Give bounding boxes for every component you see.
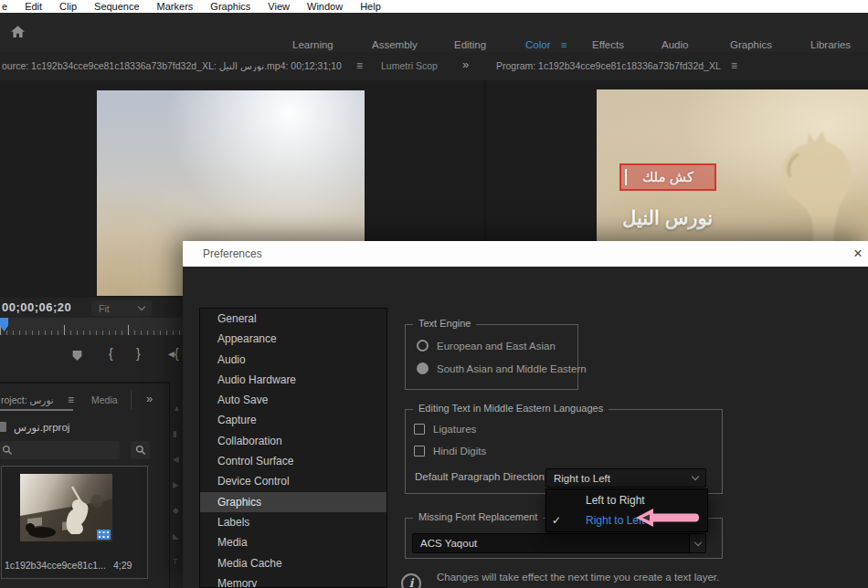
add-marker-icon[interactable] bbox=[71, 350, 83, 362]
workspace-tab-audio[interactable]: Audio bbox=[662, 39, 688, 50]
project-panel-tab[interactable]: roject: نورس bbox=[1, 394, 54, 405]
preferences-sidebar: General Appearance Audio Audio Hardware … bbox=[199, 308, 387, 588]
chevron-down-icon bbox=[138, 303, 145, 310]
sidebar-item-memory[interactable]: Memory bbox=[200, 573, 386, 588]
missing-font-dropdown[interactable]: ACS Yaqout bbox=[412, 533, 706, 553]
menu-item-partial[interactable]: e bbox=[2, 1, 7, 12]
find-button[interactable] bbox=[131, 441, 150, 459]
lumetri-scopes-tab[interactable]: Lumetri Scop bbox=[381, 60, 438, 71]
type-tool-icon[interactable]: T bbox=[173, 557, 178, 566]
sidebar-item-labels[interactable]: Labels bbox=[200, 512, 386, 532]
panel-header-row: ource: 1c192b34cce9ce81c18336a73b7fd32d_… bbox=[0, 52, 868, 80]
track-select-tool-icon[interactable]: ▮ bbox=[173, 429, 177, 438]
info-message: Changes will take effect the next time y… bbox=[437, 571, 738, 584]
tools-panel: ▲ ▮ ◀ ▶ ◆ ◣ T bbox=[169, 382, 184, 588]
menu-item-window[interactable]: Window bbox=[307, 1, 343, 12]
dialog-titlebar[interactable]: Preferences ✕ bbox=[183, 241, 868, 267]
menu-item-sequence[interactable]: Sequence bbox=[94, 1, 140, 12]
program-panel-tab[interactable]: Program: 1c192b34cce9ce81c18336a73b7fd32… bbox=[496, 60, 721, 71]
clip-list-item[interactable]: 1c192b34cce9ce81c1... 4;29 bbox=[1, 466, 148, 579]
source-panel-tab[interactable]: ource: 1c192b34cce9ce81c18336a73b7fd32d_… bbox=[2, 60, 342, 71]
menu-item-view[interactable]: View bbox=[268, 1, 290, 12]
caption-selection-box[interactable]: كش ملك bbox=[619, 163, 716, 191]
sidebar-item-audio[interactable]: Audio bbox=[200, 350, 386, 370]
project-panel-overflow-icon[interactable]: » bbox=[146, 392, 153, 405]
paragraph-direction-label: Default Paragraph Direction: bbox=[415, 471, 547, 482]
workspace-tab-graphics[interactable]: Graphics bbox=[730, 39, 772, 50]
dialog-title: Preferences bbox=[203, 247, 262, 260]
ripple-edit-tool-icon[interactable]: ◀ bbox=[173, 455, 179, 464]
sidebar-item-control-surface[interactable]: Control Surface bbox=[200, 451, 386, 471]
sidebar-item-media-cache[interactable]: Media Cache bbox=[200, 553, 386, 573]
clip-thumbnail[interactable] bbox=[20, 474, 112, 541]
pen-tool-icon[interactable]: ◣ bbox=[173, 531, 179, 541]
workspace-tab-color[interactable]: Color bbox=[525, 39, 550, 50]
annotation-arrow-icon bbox=[635, 507, 701, 529]
project-tab-underline bbox=[0, 409, 73, 411]
sidebar-item-appearance[interactable]: Appearance bbox=[200, 329, 386, 349]
chevron-down-icon bbox=[693, 538, 701, 545]
zoom-level-dropdown[interactable]: Fit bbox=[91, 300, 152, 316]
selection-tool-icon[interactable]: ▲ bbox=[173, 404, 181, 413]
close-icon[interactable]: ✕ bbox=[850, 247, 866, 260]
workspace-tab-assembly[interactable]: Assembly bbox=[372, 39, 418, 50]
sidebar-item-capture[interactable]: Capture bbox=[200, 410, 386, 430]
text-engine-legend: Text Engine bbox=[413, 318, 476, 329]
middle-eastern-legend: Editing Text in Middle Eastern Languages bbox=[413, 403, 609, 414]
sidebar-item-audio-hardware[interactable]: Audio Hardware bbox=[200, 370, 386, 390]
menu-item-clip[interactable]: Clip bbox=[59, 1, 77, 12]
search-icon bbox=[2, 445, 13, 456]
project-panel-menu-icon[interactable]: ≡ bbox=[68, 394, 74, 406]
workspace-tab-menu-icon[interactable]: ≡ bbox=[561, 39, 567, 50]
project-file-name[interactable]: نورس.prproj bbox=[14, 421, 69, 434]
dropdown-value: Right to Left bbox=[554, 473, 610, 484]
clip-name[interactable]: 1c192b34cce9ce81c1... bbox=[5, 560, 106, 571]
source-panel-overflow-icon[interactable]: » bbox=[462, 58, 469, 71]
mark-out-icon[interactable]: } bbox=[136, 346, 141, 361]
sidebar-item-media[interactable]: Media bbox=[200, 532, 386, 552]
search-input[interactable] bbox=[0, 441, 120, 459]
mark-in-icon[interactable]: { bbox=[109, 346, 113, 361]
workspace-tab-editing[interactable]: Editing bbox=[454, 39, 486, 50]
dialog-body: General Appearance Audio Audio Hardware … bbox=[183, 267, 868, 588]
video-title-overlay: نورس النيل bbox=[622, 207, 713, 229]
radio-south-asian-middle-eastern[interactable] bbox=[417, 362, 429, 374]
rate-stretch-tool-icon[interactable]: ▶ bbox=[173, 480, 179, 489]
premiere-app-window: e Edit Clip Sequence Markers Graphics Vi… bbox=[0, 0, 868, 588]
workspace-tab-libraries[interactable]: Libraries bbox=[810, 39, 851, 50]
caption-text: كش ملك bbox=[642, 169, 693, 185]
source-timecode[interactable]: 00;00;06;20 bbox=[2, 300, 71, 314]
app-menubar: e Edit Clip Sequence Markers Graphics Vi… bbox=[0, 0, 868, 13]
sidebar-item-general[interactable]: General bbox=[200, 309, 386, 329]
sidebar-item-auto-save[interactable]: Auto Save bbox=[200, 390, 386, 410]
film-badge-icon bbox=[97, 530, 111, 540]
razor-tool-icon[interactable]: ◆ bbox=[173, 506, 179, 515]
info-icon: i bbox=[401, 573, 421, 588]
radio-european-east-asian[interactable] bbox=[417, 340, 429, 352]
goto-in-icon[interactable]: ◂{ bbox=[168, 346, 179, 361]
workspace-bar: Learning Assembly Editing Color ≡ Effect… bbox=[0, 13, 868, 53]
clip-duration: 4;29 bbox=[113, 560, 132, 571]
menu-item-help[interactable]: Help bbox=[360, 1, 381, 12]
media-browser-tab[interactable]: Media bbox=[91, 394, 118, 405]
menu-item-markers[interactable]: Markers bbox=[157, 1, 194, 12]
menu-item-graphics[interactable]: Graphics bbox=[210, 1, 250, 12]
workspace-tab-effects[interactable]: Effects bbox=[592, 39, 624, 50]
sidebar-item-collaboration[interactable]: Collaboration bbox=[200, 431, 386, 451]
home-icon[interactable] bbox=[10, 24, 26, 39]
zoom-level-value: Fit bbox=[99, 303, 110, 314]
menu-item-edit[interactable]: Edit bbox=[25, 1, 42, 12]
sidebar-item-device-control[interactable]: Device Control bbox=[200, 471, 386, 491]
preferences-dialog: Preferences ✕ General Appearance Audio A… bbox=[183, 241, 868, 588]
checkbox-label: Ligatures bbox=[433, 424, 476, 435]
paragraph-direction-dropdown[interactable]: Right to Left bbox=[545, 468, 706, 488]
program-panel-menu-icon[interactable]: ≡ bbox=[731, 59, 737, 72]
search-icon bbox=[135, 445, 146, 456]
ligatures-checkbox[interactable] bbox=[414, 424, 425, 435]
check-icon: ✓ bbox=[552, 510, 561, 530]
workspace-tab-learning[interactable]: Learning bbox=[292, 39, 333, 50]
sidebar-item-graphics[interactable]: Graphics bbox=[200, 492, 386, 512]
hindi-digits-checkbox[interactable] bbox=[414, 446, 425, 457]
source-panel-menu-icon[interactable]: ≡ bbox=[356, 59, 363, 72]
dropdown-chevron-button[interactable] bbox=[689, 534, 705, 552]
